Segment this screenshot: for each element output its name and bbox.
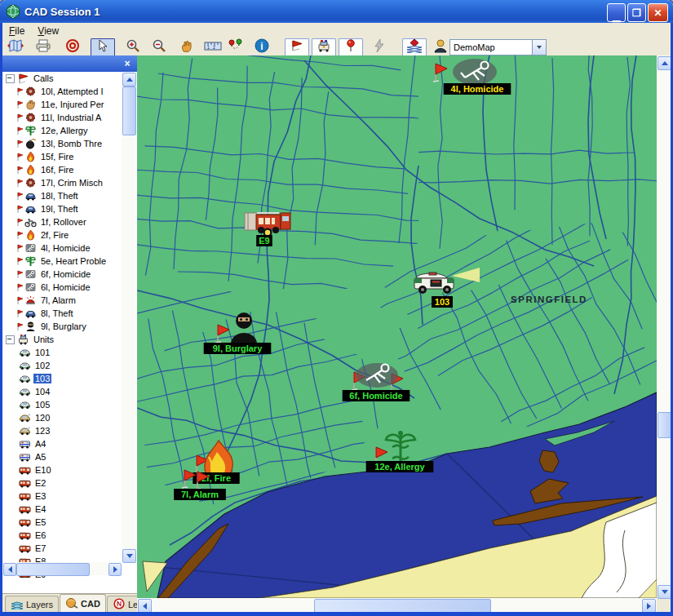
call-item-19l[interactable]: 19l, Theft <box>2 202 122 215</box>
map-hscroll-thumb[interactable] <box>314 599 491 613</box>
show-units-button[interactable] <box>312 38 336 56</box>
map-selector-dropdown-icon[interactable] <box>533 39 547 55</box>
tree-item-label: 104 <box>33 387 51 397</box>
tree-item-label: 15f, Fire <box>39 152 75 162</box>
select-tool-button[interactable] <box>91 38 115 56</box>
unit-item-e7[interactable]: E7 <box>2 542 122 555</box>
menu-bar: FileView <box>2 23 671 38</box>
minimize-button[interactable]: ▁ <box>607 3 626 22</box>
toolbar: 12iDemoMap <box>2 38 671 56</box>
call-item-6f[interactable]: 6f, Homicide <box>2 268 122 281</box>
pcar-icon <box>19 373 31 384</box>
call-item-2f[interactable]: 2f, Fire <box>2 228 122 242</box>
map-view[interactable]: SPRINGFIELD 4l, HomicideE91039l, Burglar… <box>137 55 657 598</box>
tree-item-label: 103 <box>33 374 51 383</box>
pan-button[interactable] <box>177 39 197 55</box>
sidebar-scroll-right-icon[interactable] <box>108 563 122 576</box>
call-item-7l[interactable]: 7l, Alarm <box>2 294 122 307</box>
call-item-16f[interactable]: 16f, Fire <box>2 163 122 176</box>
collapse-icon[interactable] <box>6 335 15 344</box>
unit-item-a4[interactable]: A4 <box>2 437 122 450</box>
unit-item-103[interactable]: 103 <box>2 372 122 385</box>
body-icon <box>24 268 37 280</box>
unit-item-a5[interactable]: A5 <box>2 450 122 463</box>
show-pins-button[interactable] <box>339 38 363 56</box>
tree-item-label: 123 <box>33 426 51 436</box>
map-scroll-up-icon[interactable] <box>658 56 671 70</box>
tree-root-label: Calls <box>32 73 55 83</box>
tab-layers[interactable]: Layers <box>5 596 59 612</box>
map-scroll-down-icon[interactable] <box>658 585 671 599</box>
layers-button[interactable] <box>402 38 427 56</box>
tree-item-label: E7 <box>33 543 47 553</box>
sidebar-hscroll-thumb[interactable] <box>16 563 90 576</box>
tab-cad[interactable]: CAD <box>60 594 106 612</box>
map-scroll-right-icon[interactable] <box>642 599 656 613</box>
maximize-button[interactable]: ❐ <box>627 3 646 22</box>
sidebar-scroll-up-icon[interactable] <box>122 73 136 86</box>
overview-map-button[interactable] <box>6 39 25 55</box>
record-button[interactable] <box>63 39 82 55</box>
unit-item-e10[interactable]: E10 <box>2 463 122 476</box>
tree-item-label: A5 <box>33 452 47 462</box>
map-selector-value[interactable]: DemoMap <box>449 39 533 55</box>
sidebar-vscroll-track[interactable] <box>122 72 135 562</box>
unit-item-104[interactable]: 104 <box>2 385 122 398</box>
svg-text:1: 1 <box>207 45 210 50</box>
call-item-8l[interactable]: 8l, Theft <box>2 307 122 320</box>
unit-item-e5[interactable]: E5 <box>2 516 122 529</box>
collapse-icon[interactable] <box>6 74 15 83</box>
call-item-11e[interactable]: 11e, Injured Per <box>2 98 122 111</box>
tree-item-label: 105 <box>33 400 51 410</box>
title-bar[interactable]: CAD Session 1 ▁ ❐ ✕ <box>0 0 673 23</box>
call-item-10l[interactable]: 10l, Attempted I <box>2 85 122 98</box>
unit-item-101[interactable]: 101 <box>2 346 122 359</box>
call-item-13l[interactable]: 13l, Bomb Thre <box>2 137 122 150</box>
map-hscrollbar[interactable] <box>137 598 657 612</box>
map-scroll-left-icon[interactable] <box>138 599 152 613</box>
svg-text:N: N <box>117 600 122 608</box>
menu-view[interactable]: View <box>31 24 65 38</box>
call-item-4l[interactable]: 4l, Homicide <box>2 242 122 255</box>
zoom-in-button[interactable] <box>123 39 143 55</box>
unit-item-e6[interactable]: E6 <box>2 529 122 542</box>
call-item-1f[interactable]: 1f, Rollover <box>2 215 122 228</box>
tree-item-label: E3 <box>33 491 47 501</box>
call-flag-icon <box>16 125 24 136</box>
unit-item-120[interactable]: 120 <box>2 411 122 424</box>
call-item-11l[interactable]: 11l, Industrial A <box>2 111 122 124</box>
calls-root[interactable]: Calls <box>2 72 122 85</box>
measure-button[interactable]: 12 <box>203 39 223 55</box>
map-selector[interactable]: DemoMap <box>433 39 547 55</box>
unit-item-123[interactable]: 123 <box>2 424 122 437</box>
call-item-15f[interactable]: 15f, Fire <box>2 150 122 163</box>
map-vscrollbar[interactable] <box>657 55 671 598</box>
call-item-5e[interactable]: 5e, Heart Proble <box>2 255 122 268</box>
info-button[interactable]: i <box>252 39 272 55</box>
close-panel-icon[interactable]: × <box>121 58 134 69</box>
pcar-icon <box>19 399 31 410</box>
sidebar-scroll-down-icon[interactable] <box>122 549 136 563</box>
call-item-12e[interactable]: 12e, Allergy <box>2 124 122 137</box>
sidebar-vscroll-thumb[interactable] <box>122 86 136 135</box>
unit-item-105[interactable]: 105 <box>2 398 122 411</box>
unit-item-e4[interactable]: E4 <box>2 503 122 516</box>
tree-item-label: 17l, Crim Misch <box>39 178 104 188</box>
route-pins-button[interactable] <box>226 39 246 55</box>
call-item-17l[interactable]: 17l, Crim Misch <box>2 176 122 189</box>
close-button[interactable]: ✕ <box>648 3 668 22</box>
map-vscroll-thumb[interactable] <box>658 412 671 438</box>
print-button[interactable] <box>33 39 53 55</box>
menu-file[interactable]: File <box>2 24 31 38</box>
unit-item-102[interactable]: 102 <box>2 359 122 372</box>
tree-root-label: Units <box>32 335 55 344</box>
show-calls-button[interactable] <box>285 38 309 56</box>
unit-item-e2[interactable]: E2 <box>2 476 122 490</box>
call-item-6l[interactable]: 6l, Homicide <box>2 281 122 294</box>
units-root[interactable]: Units <box>2 333 122 346</box>
sidebar-scroll-left-icon[interactable] <box>3 563 16 576</box>
unit-item-e3[interactable]: E3 <box>2 490 122 503</box>
call-item-18l[interactable]: 18l, Theft <box>2 189 122 202</box>
call-item-9l[interactable]: 9l, Burglary <box>2 320 122 333</box>
zoom-out-button[interactable] <box>149 39 169 55</box>
